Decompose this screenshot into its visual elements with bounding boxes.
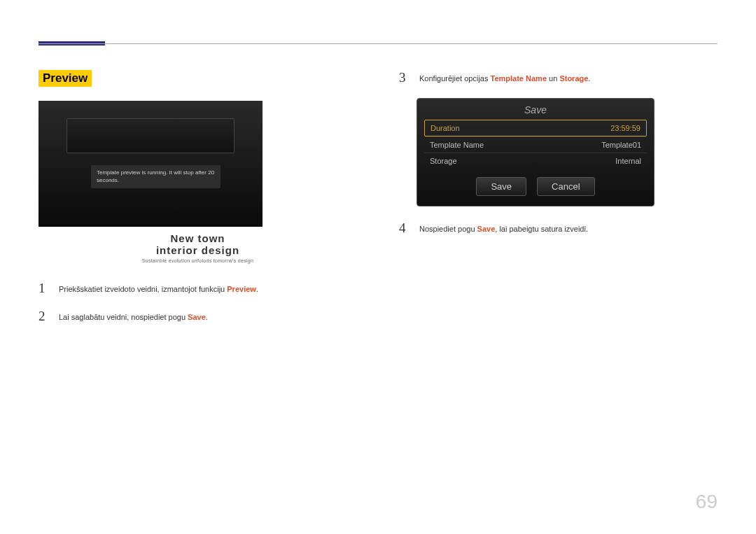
step-number: 4 <box>399 220 409 236</box>
step-number: 2 <box>38 309 48 324</box>
content-area: Preview Template preview is running. It … <box>38 70 718 337</box>
save-row-template-name[interactable]: Template Name Template01 <box>424 136 647 153</box>
preview-title: New town <box>38 232 357 244</box>
step-text: Nospiediet pogu Save, lai pabeigtu satur… <box>419 220 588 236</box>
step-text-pre: Konfigurējiet opcijas <box>419 74 491 83</box>
preview-running-message: Template preview is running. It will sto… <box>91 165 220 188</box>
save-dialog-title: Save <box>424 104 647 115</box>
step-number: 1 <box>38 281 48 296</box>
left-column: Preview Template preview is running. It … <box>38 70 357 337</box>
step-text-mid: un <box>547 74 559 83</box>
cancel-button[interactable]: Cancel <box>537 177 594 196</box>
save-row-storage[interactable]: Storage Internal <box>424 153 647 169</box>
step-text-pre: Priekšskatiet izveidoto veidni, izmantoj… <box>59 285 227 293</box>
step-1: 1 Priekšskatiet izveidoto veidni, izmant… <box>38 281 357 296</box>
preview-inner-frame <box>66 118 234 153</box>
step-number: 3 <box>399 70 409 85</box>
right-column: 3 Konfigurējiet opcijas Template Name un… <box>399 70 718 337</box>
step-3: 3 Konfigurējiet opcijas Template Name un… <box>399 70 718 85</box>
preview-tagline: Sustainble evolution unfolods tomorrw's … <box>38 258 357 263</box>
save-row-value: Internal <box>615 157 641 165</box>
step-text: Konfigurējiet opcijas Template Name un S… <box>419 70 590 85</box>
step-text-post: . <box>588 74 590 83</box>
step-2: 2 Lai saglabātu veidni, nospiediet pogu … <box>38 309 357 324</box>
step-text-hl: Storage <box>559 74 588 83</box>
step-4: 4 Nospiediet pogu Save, lai pabeigtu sat… <box>399 220 718 236</box>
step-text-post: . <box>256 285 258 293</box>
step-text-pre: Lai saglabātu veidni, nospiediet pogu <box>59 313 188 321</box>
save-row-label: Template Name <box>430 141 484 149</box>
step-text-hl: Template Name <box>491 74 547 83</box>
save-button[interactable]: Save <box>476 177 526 196</box>
section-heading: Preview <box>38 70 92 87</box>
save-dialog: Save Duration 23:59:59 Template Name Tem… <box>416 98 654 206</box>
step-text: Lai saglabātu veidni, nospiediet pogu Sa… <box>59 309 208 324</box>
save-row-label: Duration <box>430 124 460 132</box>
step-text-hl: Save <box>188 313 206 321</box>
step-text-post: . <box>206 313 208 321</box>
preview-screenshot: Template preview is running. It will sto… <box>38 101 262 227</box>
header-rule <box>38 43 718 44</box>
step-text-hl: Preview <box>227 285 256 293</box>
save-row-duration[interactable]: Duration 23:59:59 <box>424 120 647 136</box>
save-dialog-buttons: Save Cancel <box>424 177 647 196</box>
step-text-post: , lai pabeigtu satura izveidi. <box>495 225 588 233</box>
save-row-value: 23:59:59 <box>610 124 640 132</box>
save-row-value: Template01 <box>601 141 641 149</box>
step-text-hl: Save <box>477 225 496 233</box>
save-row-label: Storage <box>430 157 457 165</box>
step-text: Priekšskatiet izveidoto veidni, izmantoj… <box>59 281 258 296</box>
page-number: 69 <box>696 491 718 513</box>
preview-subtitle: interior design <box>38 244 357 256</box>
step-text-pre: Nospiediet pogu <box>419 225 477 233</box>
